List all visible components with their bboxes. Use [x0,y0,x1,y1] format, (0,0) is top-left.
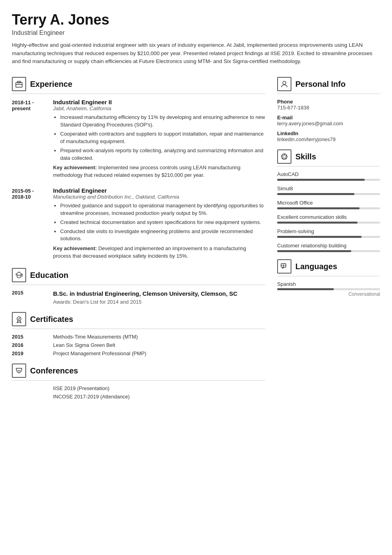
experience-divider [12,94,265,94]
exp-company-2: Manufacturing and Distribution Inc., Oak… [53,194,265,200]
svg-point-8 [283,81,286,84]
exp-company-1: Jabil, Anaheim, California [53,105,265,111]
lang-level-0: Conversational [277,291,380,297]
cert-name-1: Methods-Time Measurements (MTM) [53,334,138,340]
skill-bar-bg-1 [277,193,380,195]
experience-header: Experience [12,77,265,91]
languages-header: Languages [277,259,380,274]
certificates-header: Certificates [12,312,265,326]
experience-entry-2: 2015-05 - 2018-10 Industrial Engineer Ma… [12,187,265,260]
lang-item-0: Spanish Conversational [277,281,380,297]
education-header: Education [12,268,265,282]
skill-bar-fill-4 [277,236,362,238]
skill-name-1: Simul8 [277,186,380,191]
skill-bar-fill-3 [277,222,358,224]
exp-bullet-2-3: Conducted site visits to investigate eng… [60,228,265,243]
personal-info-section: Personal Info Phone 715-677-1838 E-mail … [277,77,380,142]
conferences-section: Conferences IISE 2019 (Presentation) INC… [12,364,265,400]
skill-bar-bg-2 [277,207,380,209]
skill-name-4: Problem-solving [277,228,380,234]
cert-date-1: 2015 [12,334,48,340]
conferences-divider [12,380,265,381]
skill-bar-bg-3 [277,222,380,224]
conferences-header: Conferences [12,364,265,378]
personal-info-header: Personal Info [277,77,380,91]
phone-item: Phone 715-677-1838 [277,99,380,111]
skill-item-4: Problem-solving [277,228,380,238]
exp-title-2: Industrial Engineer [53,187,265,194]
right-column: Personal Info Phone 715-677-1838 E-mail … [277,77,380,407]
skill-item-3: Excellent communication skills [277,214,380,224]
experience-icon [12,77,26,91]
conferences-icon [12,364,26,378]
skill-item-0: AutoCAD [277,171,380,181]
experience-section: Experience 2018-11 - present Industrial … [12,77,265,260]
personal-info-divider [277,94,380,94]
languages-icon [277,259,291,274]
certificates-icon [12,312,26,326]
email-label: E-mail [277,115,380,121]
conf-spacer-1 [12,385,48,391]
cert-date-2: 2016 [12,342,48,348]
cert-name-3: Project Management Professional (PMP) [53,350,147,356]
resume-header: Terry A. Jones Industrial Engineer Highl… [12,12,380,66]
skills-divider [277,166,380,166]
exp-bullet-1-1: Increased manufacturing efficiency by 11… [60,114,265,129]
svg-line-7 [19,318,20,320]
languages-section: Languages Spanish Conversational [277,259,380,297]
education-divider [12,285,265,285]
exp-bullets-1: Increased manufacturing efficiency by 11… [53,114,265,162]
skills-header: Skills [277,149,380,164]
cert-date-3: 2019 [12,350,48,356]
certificates-section: Certificates 2015 Methods-Time Measureme… [12,312,265,356]
skill-name-5: Customer relationship building [277,243,380,249]
skills-icon [277,149,291,164]
svg-rect-0 [16,82,22,87]
skill-bar-bg-5 [277,250,380,252]
exp-bullet-2-2: Created technical documentation and syst… [60,219,265,226]
skills-section: Skills AutoCAD Simul8 Microsoft Office E… [277,149,380,252]
skills-list: AutoCAD Simul8 Microsoft Office Excellen… [277,171,380,252]
exp-bullets-2: Provided guidance and support to operati… [53,202,265,243]
left-column: Experience 2018-11 - present Industrial … [12,77,265,407]
candidate-summary: Highly-effective and goal-oriented indus… [12,41,380,66]
exp-date-2: 2015-05 - 2018-10 [12,187,48,260]
conf-name-2: INCOSE 2017-2019 (Attendance) [53,394,130,400]
education-title: Education [30,271,69,280]
exp-content-2: Industrial Engineer Manufacturing and Di… [53,187,265,260]
exp-date-1: 2018-11 - present [12,99,48,179]
edu-date-1: 2015 [12,290,48,305]
exp-achievement-1: Key achievement: Implemented new process… [53,164,265,179]
exp-bullet-1-3: Prepared work-analysis reports by collec… [60,147,265,162]
skill-bar-bg-4 [277,236,380,238]
skill-item-5: Customer relationship building [277,243,380,252]
languages-list: Spanish Conversational [277,281,380,297]
skill-name-3: Excellent communication skills [277,214,380,220]
cert-entry-1: 2015 Methods-Time Measurements (MTM) [12,334,265,340]
svg-rect-1 [17,81,21,83]
skill-bar-fill-2 [277,207,360,209]
cert-entry-3: 2019 Project Management Professional (PM… [12,350,265,356]
candidate-title: Industrial Engineer [12,29,380,36]
languages-divider [277,276,380,276]
education-icon [12,268,26,282]
lang-bar-bg-0 [277,288,380,290]
skill-item-2: Microsoft Office [277,200,380,209]
education-section: Education 2015 B.Sc. in Industrial Engin… [12,268,265,305]
cert-entry-2: 2016 Lean Six Sigma Green Belt [12,342,265,348]
resume-container: Terry A. Jones Industrial Engineer Highl… [0,0,392,419]
languages-title: Languages [295,262,337,271]
edu-degree-1: B.Sc. in Industrial Engineering, Clemson… [53,290,238,298]
linkedin-label: LinkedIn [277,130,380,136]
exp-bullet-2-1: Provided guidance and support to operati… [60,202,265,217]
skill-bar-fill-0 [277,179,365,181]
email-item: E-mail terry.avery.jones@gmail.com [277,115,380,126]
personal-info-title: Personal Info [295,80,346,89]
experience-title: Experience [30,80,72,89]
exp-achievement-2: Key achievement: Developed and implement… [53,245,265,260]
main-columns: Experience 2018-11 - present Industrial … [12,77,380,407]
skills-title: Skills [295,152,316,161]
linkedin-value: linkedin.com/terryjones79 [277,136,380,142]
lang-name-0: Spanish [277,281,380,287]
conferences-title: Conferences [30,366,78,375]
